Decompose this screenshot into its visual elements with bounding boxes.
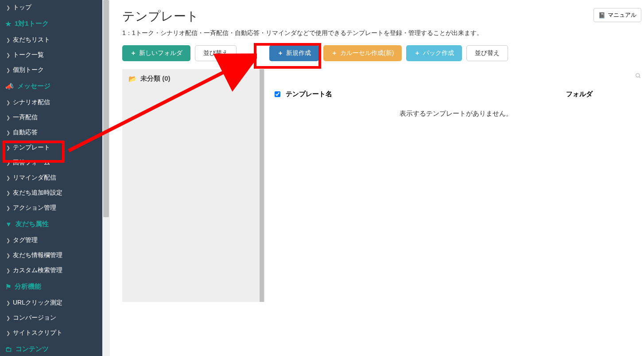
chevron-icon: ❯ [6, 5, 10, 11]
plus-icon: ＋ [277, 49, 283, 57]
chevron-icon: ❯ [6, 300, 10, 306]
folder-open-icon: 📂 [128, 75, 137, 83]
sidebar-item-template[interactable]: ❯テンプレート [0, 140, 102, 155]
sidebar-label: タグ管理 [13, 236, 38, 244]
main-content: テンプレート マニュアル 1：1トーク・シナリオ配信・一斉配信・自動応答・リマイ… [110, 0, 644, 356]
folder-label: 未分類 (0) [140, 74, 171, 83]
chevron-icon: ❯ [6, 315, 10, 321]
scrollbar-thumb[interactable] [103, 0, 109, 217]
sidebar-label: 一斉配信 [13, 113, 38, 121]
sidebar-item-friendinfo[interactable]: ❯友だち情報欄管理 [0, 248, 102, 263]
manual-button[interactable]: マニュアル [594, 8, 641, 22]
table-panel: テンプレート名 フォルダ 表示するテンプレートがありません。 [270, 69, 641, 124]
sidebar-section-analytics[interactable]: ⚑ 分析機能 [0, 278, 102, 295]
select-all-checkbox[interactable] [275, 91, 280, 97]
sidebar-item-onadd[interactable]: ❯友だち追加時設定 [0, 185, 102, 200]
sidebar-section-contents[interactable]: 🗀 コンテンツ [0, 340, 102, 356]
sidebar-label: テンプレート [13, 144, 50, 152]
pack-create-button[interactable]: ＋ パック作成 [406, 45, 462, 61]
sidebar-label: リマインダ配信 [13, 174, 56, 182]
button-label: 並び替え [203, 49, 228, 57]
sidebar-section-label: 友だち属性 [16, 220, 49, 228]
toolbar: ＋ 新しいフォルダ 並び替え ＋ 新規作成 ＋ カルーセル作成(新) ＋ パック… [122, 45, 641, 61]
sidebar-label: 友だちリスト [13, 36, 50, 44]
sidebar-item-form[interactable]: ❯回答フォーム [0, 155, 102, 170]
empty-message: 表示するテンプレートがありません。 [270, 103, 641, 124]
svg-point-0 [636, 74, 640, 77]
chevron-icon: ❯ [6, 100, 10, 106]
sidebar-item-individualtalk[interactable]: ❯個別トーク [0, 63, 102, 78]
sidebar-label: 友だち追加時設定 [13, 189, 62, 197]
sidebar-label: シナリオ配信 [13, 98, 50, 106]
sidebar-item-customsearch[interactable]: ❯カスタム検索管理 [0, 263, 102, 278]
sidebar-item-tag[interactable]: ❯タグ管理 [0, 233, 102, 248]
button-label: 並び替え [475, 49, 500, 57]
plus-icon: ＋ [130, 49, 136, 57]
search-icon[interactable] [635, 73, 641, 81]
sidebar-item-broadcast[interactable]: ❯一斉配信 [0, 110, 102, 125]
chevron-icon: ❯ [6, 130, 10, 136]
sidebar: ❯ トップ ★ 1対1トーク ❯友だちリスト ❯トーク一覧 ❯個別トーク 📣 メ… [0, 0, 102, 356]
sidebar-item-scenario[interactable]: ❯シナリオ配信 [0, 95, 102, 110]
sidebar-label: 自動応答 [13, 129, 38, 137]
megaphone-icon: 📣 [5, 82, 14, 90]
plus-icon: ＋ [414, 49, 420, 57]
folder-panel: 📂 未分類 (0) [122, 69, 263, 302]
new-folder-button[interactable]: ＋ 新しいフォルダ [122, 45, 190, 61]
sidebar-label: URLクリック測定 [13, 299, 62, 307]
folder-uncategorized[interactable]: 📂 未分類 (0) [122, 69, 263, 88]
book-icon [598, 12, 605, 19]
sidebar-item-reminder[interactable]: ❯リマインダ配信 [0, 170, 102, 185]
filter-icon: ▼ [5, 220, 12, 228]
sidebar-item-top[interactable]: ❯ トップ [0, 0, 102, 15]
chevron-icon: ❯ [6, 52, 10, 58]
sidebar-label: アクション管理 [13, 204, 56, 212]
page-description: 1：1トーク・シナリオ配信・一斉配信・自動応答・リマインダなどで使用できるテンプ… [122, 29, 641, 37]
sidebar-section-label: コンテンツ [16, 345, 49, 353]
chevron-icon: ❯ [6, 175, 10, 181]
sidebar-label: 回答フォーム [13, 159, 50, 167]
new-create-button[interactable]: ＋ 新規作成 [269, 45, 319, 61]
sidebar-item-urlclick[interactable]: ❯URLクリック測定 [0, 295, 102, 310]
sidebar-item-friendlist[interactable]: ❯友だちリスト [0, 32, 102, 47]
flag-icon: ⚑ [5, 283, 11, 291]
sidebar-scrollbar[interactable] [102, 0, 110, 356]
sidebar-item-action[interactable]: ❯アクション管理 [0, 200, 102, 215]
table-header: テンプレート名 フォルダ [270, 86, 641, 102]
sidebar-label: 友だち情報欄管理 [13, 251, 62, 259]
chevron-icon: ❯ [6, 67, 10, 73]
sidebar-section-label: メッセージ [17, 82, 50, 90]
chevron-icon: ❯ [6, 253, 10, 258]
carousel-create-button[interactable]: ＋ カルーセル作成(新) [323, 45, 402, 61]
chevron-icon: ❯ [6, 160, 10, 166]
sidebar-section-talk[interactable]: ★ 1対1トーク [0, 15, 102, 32]
sidebar-section-friends[interactable]: ▼ 友だち属性 [0, 215, 102, 233]
sidebar-section-message[interactable]: 📣 メッセージ [0, 78, 102, 95]
th-folder: フォルダ [522, 90, 637, 98]
button-label: 新しいフォルダ [139, 49, 182, 57]
sidebar-item-sitescript[interactable]: ❯サイトスクリプト [0, 325, 102, 340]
scrollbar-thumb[interactable] [260, 69, 264, 302]
folder-scrollbar[interactable] [259, 69, 265, 302]
sidebar-item-talklist[interactable]: ❯トーク一覧 [0, 47, 102, 63]
chevron-icon: ❯ [6, 190, 10, 196]
page-title: テンプレート [122, 8, 199, 25]
chevron-icon: ❯ [6, 145, 10, 151]
sort-templates-button[interactable]: 並び替え [466, 45, 508, 61]
manual-label: マニュアル [608, 11, 636, 19]
button-label: カルーセル作成(新) [340, 49, 394, 57]
button-label: パック作成 [423, 49, 454, 57]
sidebar-item-conversion[interactable]: ❯コンバージョン [0, 310, 102, 325]
folder-icon: 🗀 [5, 345, 12, 353]
sidebar-label: トーク一覧 [13, 51, 44, 59]
th-template-name: テンプレート名 [286, 90, 522, 98]
plus-icon: ＋ [331, 49, 338, 57]
sidebar-item-autoresponse[interactable]: ❯自動応答 [0, 125, 102, 140]
sidebar-section-label: 1対1トーク [15, 20, 49, 28]
svg-line-1 [639, 77, 640, 78]
sidebar-label: 個別トーク [13, 66, 44, 74]
sort-folders-button[interactable]: 並び替え [195, 45, 237, 61]
chevron-icon: ❯ [6, 330, 10, 336]
button-label: 新規作成 [286, 49, 311, 57]
sidebar-label: コンバージョン [13, 314, 56, 322]
